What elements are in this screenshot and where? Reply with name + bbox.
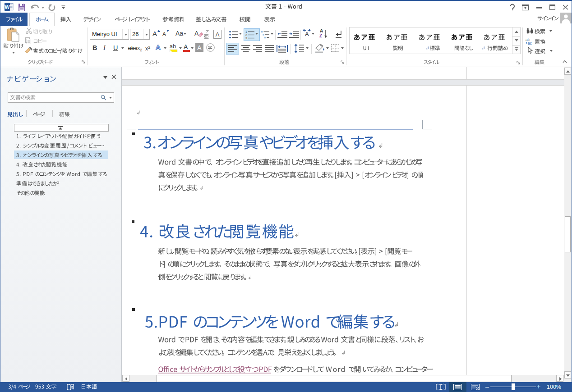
svg-text:W: W (5, 4, 10, 10)
svg-text:A: A (216, 31, 220, 38)
svg-text:2: 2 (245, 33, 247, 36)
svg-text:A: A (197, 44, 202, 51)
svg-text:3: 3 (245, 36, 247, 40)
svg-text:1: 1 (245, 30, 247, 33)
svg-text:ac: ac (528, 41, 532, 46)
